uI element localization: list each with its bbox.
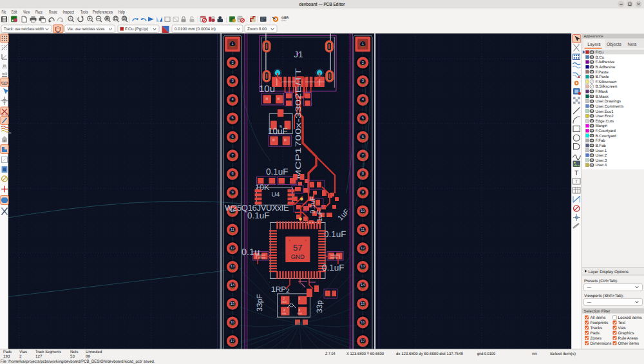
svg-text:Edit: Edit (12, 9, 17, 15)
svg-text:88: 88 (86, 354, 90, 359)
svg-text:16: 16 (231, 320, 234, 325)
svg-text:10uF: 10uF (268, 126, 288, 136)
svg-text:7: 7 (362, 154, 364, 158)
svg-text:2: 2 (19, 354, 22, 359)
svg-text:mil: mil (2, 72, 7, 77)
svg-text:12: 12 (361, 246, 365, 251)
svg-text:GND: GND (230, 270, 236, 273)
svg-text:GPIO2: GPIO2 (229, 103, 236, 106)
svg-text:VSYS: VSYS (359, 66, 366, 68)
svg-text:15: 15 (231, 302, 234, 306)
svg-text:Nets: Nets (628, 43, 638, 47)
svg-text:GPIO11: GPIO11 (228, 307, 236, 310)
svg-text:3V3: 3V3 (361, 122, 365, 124)
svg-text:6: 6 (362, 135, 364, 139)
svg-text:Text: Text (618, 321, 626, 325)
svg-text:X 123.6800 Y 60.6600: X 123.6800 Y 60.6600 (346, 352, 384, 356)
svg-text:F.Paste: F.Paste (596, 70, 609, 75)
svg-text:Orbv: Orbv (281, 19, 287, 22)
svg-text:5: 5 (362, 117, 364, 120)
svg-text:in: in (3, 64, 6, 68)
svg-text:193: 193 (3, 354, 10, 359)
svg-text:File: File (2, 9, 6, 15)
svg-text:14: 14 (361, 283, 365, 287)
svg-text:dx 123.6800 dy 60.6600 dist 13: dx 123.6800 dy 60.6600 dist 137.7548 (396, 352, 464, 356)
svg-text:8: 8 (231, 171, 233, 176)
svg-text:grid 0.0100: grid 0.0100 (477, 352, 495, 356)
svg-text:GND: GND (230, 84, 236, 87)
svg-text:ADC: ADC (360, 140, 365, 142)
svg-text:7: 7 (231, 154, 233, 158)
svg-text:0.0100 mm (0.0004 in): 0.0100 mm (0.0004 in) (175, 27, 216, 32)
svg-text:GND: GND (360, 84, 366, 87)
svg-text:3V3EN: 3V3EN (359, 103, 366, 106)
svg-text:B.Adhesive: B.Adhesive (596, 65, 616, 70)
svg-text:GND: GND (281, 301, 287, 303)
svg-text:User.3: User.3 (596, 158, 607, 163)
svg-text:J1: J1 (294, 50, 303, 59)
svg-text:Locked items: Locked items (618, 316, 642, 320)
svg-text:Rule Areas: Rule Areas (618, 336, 638, 341)
svg-text:0.1u: 0.1u (242, 247, 260, 258)
svg-text:Objects: Objects (607, 43, 622, 47)
svg-text:View: View (23, 9, 30, 15)
svg-text:13: 13 (231, 264, 234, 269)
svg-text:User.4: User.4 (596, 163, 607, 168)
svg-text:13: 13 (361, 264, 365, 269)
svg-text:User.Eco2: User.Eco2 (596, 114, 614, 119)
svg-text:Layers: Layers (587, 43, 601, 47)
svg-text:U4: U4 (272, 191, 280, 198)
svg-text:MCP1700x-3302E/TT: MCP1700x-3302E/TT (294, 68, 303, 179)
svg-text:Presets (Ctrl+Tab):: Presets (Ctrl+Tab): (584, 279, 618, 283)
svg-text:Zones: Zones (591, 336, 602, 341)
svg-text:GPIO1: GPIO1 (229, 66, 236, 68)
svg-text:GPIO5: GPIO5 (229, 158, 236, 161)
svg-text:10: 10 (361, 209, 365, 213)
svg-text:VBUS: VBUS (359, 47, 366, 50)
svg-text:Margin: Margin (596, 124, 608, 128)
svg-text:2: 2 (231, 61, 233, 65)
svg-text:—: — (587, 300, 592, 305)
svg-text:5: 5 (231, 117, 233, 120)
svg-text:mm: mm (532, 352, 537, 356)
svg-text:Dimensions: Dimensions (591, 341, 612, 346)
svg-text:mm: mm (1, 81, 8, 85)
svg-text:GP22: GP22 (360, 251, 366, 254)
svg-text:B.Paste: B.Paste (596, 75, 610, 79)
svg-text:—: — (587, 285, 592, 290)
svg-text:XIN: XIN (282, 312, 286, 315)
svg-text:Inspect: Inspect (63, 9, 75, 15)
svg-text:T: T (575, 180, 578, 184)
svg-text:1: 1 (231, 43, 233, 46)
svg-text:Track: use netclass width: Track: use netclass width (4, 27, 44, 32)
svg-text:GND: GND (360, 270, 366, 273)
svg-text:12: 12 (231, 246, 234, 251)
svg-text:Graphics: Graphics (618, 331, 634, 336)
svg-text:GPIO10: GPIO10 (228, 289, 236, 291)
svg-text:11: 11 (231, 228, 234, 232)
svg-text:GP27: GP27 (360, 196, 366, 198)
svg-text:A: A (70, 17, 72, 21)
svg-text:57: 57 (293, 243, 302, 253)
svg-text:User.1: User.1 (596, 149, 607, 153)
svg-text:F.Silkscreen: F.Silkscreen (596, 80, 617, 84)
svg-text:GND: GND (230, 177, 236, 180)
svg-text:Other items: Other items (618, 341, 639, 346)
svg-text:GP18: GP18 (360, 344, 366, 347)
svg-text:RUN: RUN (360, 233, 365, 235)
svg-text:3: 3 (231, 79, 233, 83)
svg-text:GPIO6: GPIO6 (229, 196, 236, 198)
svg-text:User.Comments: User.Comments (596, 104, 624, 109)
svg-text:11: 11 (361, 228, 365, 232)
svg-text:33pF: 33pF (255, 294, 264, 311)
svg-text:1RP: 1RP (271, 285, 286, 294)
svg-text:1: 1 (362, 43, 364, 46)
svg-text:GPIO3: GPIO3 (229, 122, 236, 124)
svg-text:17: 17 (231, 340, 234, 343)
svg-text:0.1uF: 0.1uF (324, 229, 346, 239)
svg-text:17: 17 (361, 340, 365, 343)
svg-text:Via: use netclass sizes: Via: use netclass sizes (68, 27, 106, 32)
svg-text:15: 15 (361, 302, 365, 306)
svg-text:File '/home/kai/projects/pcbs/: File '/home/kai/projects/pcbs/working/de… (1, 359, 155, 364)
svg-text:All items: All items (591, 316, 606, 320)
